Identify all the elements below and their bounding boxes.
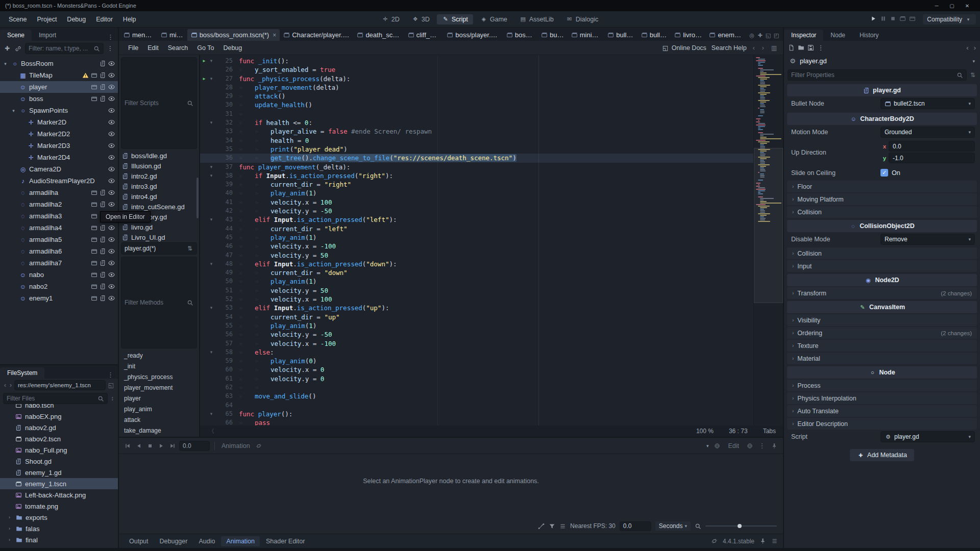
scene-dock-tabs-menu-button[interactable]: ⋮ [103, 33, 118, 41]
file-shoot-gd[interactable]: Shoot.gd [0, 456, 118, 467]
code-line-59[interactable]: 59»»play_anim(0) [200, 357, 783, 365]
chevron-down-icon[interactable]: ▾ [706, 443, 709, 448]
code-line-40[interactable]: 40»»play_anim(1) [200, 189, 783, 197]
section-collisionobject2d[interactable]: ◌CollisionObject2D [787, 220, 977, 232]
script-menu-edit[interactable]: Edit [143, 43, 163, 53]
save-resource-icon[interactable] [807, 44, 814, 51]
code-line-38[interactable]: ▾38»if Input.is_action_pressed("right"): [200, 171, 783, 180]
movie-icon[interactable] [91, 248, 97, 255]
scene-tree-node-armadilha4[interactable]: ◌armadilha4 [0, 222, 118, 234]
script-item-intro3-gd[interactable]: intro3.gd [119, 181, 199, 191]
section-node2d[interactable]: ◉Node2D [787, 274, 977, 286]
scene-tab-enemy-1[interactable]: enemy_1 [705, 29, 746, 41]
minimap-viewport[interactable] [754, 148, 783, 304]
animation-menu-button[interactable]: ⋮ [758, 442, 766, 449]
scene-tree-node-enemy1[interactable]: ☺enemy1 [0, 292, 118, 304]
eye-icon[interactable] [108, 236, 115, 243]
distraction-free-button[interactable]: ◰ [773, 32, 780, 39]
stop-icon[interactable] [145, 443, 155, 449]
group-collision[interactable]: ›Collision [787, 206, 977, 218]
tab-import[interactable]: Import [32, 30, 63, 41]
scene-tab-list-button[interactable]: ◎ [748, 32, 755, 39]
script-icon[interactable] [100, 95, 106, 102]
eye-icon[interactable] [108, 295, 115, 302]
scene-tab-cliff-side[interactable]: cliff_side [404, 29, 444, 41]
script-icon[interactable] [100, 189, 106, 196]
fold-arrow-icon[interactable]: ▾ [208, 74, 214, 83]
scene-tree-node-marker2d[interactable]: ✛Marker2D [0, 116, 118, 128]
fold-arrow-icon[interactable]: ▾ [208, 348, 214, 357]
scene-tree-node-audiostreamplayer2d[interactable]: ♪AudioStreamPlayer2D [0, 175, 118, 187]
play-backwards-icon[interactable] [134, 443, 143, 449]
movie-icon[interactable] [91, 95, 97, 102]
file-naboex-png[interactable]: naboEX.png [0, 411, 118, 422]
movie-icon[interactable] [91, 201, 97, 208]
tab-scene[interactable]: Scene [0, 30, 32, 41]
filesystem-dock-menu-button[interactable]: ⋮ [103, 371, 118, 379]
eye-icon[interactable] [108, 178, 115, 184]
code-line-50[interactable]: 50»»play_anim(1) [200, 277, 783, 286]
resource-picker-bullet-node[interactable]: bullet2.tscn▾ [880, 98, 975, 109]
scene-tree-node-armadilha5[interactable]: ◌armadilha5 [0, 234, 118, 245]
section-node[interactable]: ○Node [787, 366, 977, 379]
snap-unit-dropdown[interactable]: Seconds▾ [655, 521, 691, 531]
eye-icon[interactable] [108, 189, 115, 196]
scripts-scrollbar[interactable] [197, 178, 199, 218]
section-characterbody2d[interactable]: ☺CharacterBody2D [787, 113, 977, 125]
property-favorites-button[interactable]: ⇅ [969, 71, 976, 79]
inspector-back-button[interactable]: ‹ [966, 44, 968, 52]
timeline-zoom-slider[interactable] [705, 522, 777, 530]
movie-icon[interactable] [91, 236, 97, 243]
expand-tab-button[interactable]: ◱ [765, 32, 772, 39]
scene-tree-node-player[interactable]: ☺player [0, 81, 118, 93]
script-icon[interactable] [100, 248, 106, 255]
scene-tree-node-marker2d3[interactable]: ✛Marker2D3 [0, 140, 118, 152]
menu-editor[interactable]: Editor [91, 14, 117, 24]
code-minimap[interactable] [753, 55, 783, 425]
dropdown-disable-mode[interactable]: Remove▾ [880, 234, 975, 245]
code-line-66[interactable]: 66»pass [200, 418, 783, 425]
eye-icon[interactable] [108, 107, 115, 114]
fold-arrow-icon[interactable]: ▾ [208, 215, 214, 224]
eye-icon[interactable] [108, 84, 115, 90]
fold-arrow-icon[interactable]: ▾ [208, 171, 214, 180]
close-tab-icon[interactable]: × [273, 32, 276, 39]
group-input[interactable]: ›Input [787, 260, 977, 272]
eye-icon[interactable] [108, 283, 115, 290]
code-line-56[interactable]: 56»»velocity.y = -50 [200, 330, 783, 339]
code-line-55[interactable]: 55»»play_anim(1) [200, 321, 783, 330]
eye-icon[interactable] [108, 131, 115, 137]
object-menu-button[interactable]: ▾ [972, 59, 975, 64]
workspace-3d[interactable]: ❖3D [407, 14, 435, 24]
section-canvasitem[interactable]: ✎CanvasItem [787, 301, 977, 313]
fs-back-button[interactable]: ‹ [3, 382, 7, 389]
code-line-27[interactable]: ►▾27func _physics_process(delta): [200, 74, 783, 83]
eye-icon[interactable] [108, 224, 115, 231]
script-icon[interactable] [100, 260, 106, 266]
code-line-41[interactable]: 41»»velocity.x = 100 [200, 198, 783, 207]
script-item-intro-cutscene-gd[interactable]: intro_cutScene.gd [119, 202, 199, 212]
code-line-44[interactable]: 44»»current_dir = "left" [200, 224, 783, 233]
autoplay-icon[interactable] [254, 443, 263, 449]
method-player[interactable]: player [119, 393, 199, 404]
group-tracks-icon[interactable] [559, 523, 566, 530]
pin-bottom-panel-icon[interactable] [760, 538, 766, 544]
add-metadata-button[interactable]: ✚Add Metadata [850, 449, 914, 461]
eye-icon[interactable] [108, 271, 115, 278]
group-physics-interpolation[interactable]: ›Physics Interpolation [787, 392, 977, 404]
code-line-54[interactable]: 54»»current_dir = "up" [200, 313, 783, 321]
eye-icon[interactable] [108, 260, 115, 266]
line-col-indicator[interactable]: 36 : 73 [729, 428, 748, 435]
script-item-intro2-gd[interactable]: intro2.gd [119, 171, 199, 181]
eye-icon[interactable] [108, 166, 115, 172]
menu-scene[interactable]: Scene [4, 14, 31, 24]
section-player-gd[interactable]: player.gd [787, 84, 977, 96]
code-line-57[interactable]: 57»»velocity.x = -100 [200, 339, 783, 348]
tab-history[interactable]: History [852, 30, 886, 41]
scene-tree-node-armadilha6[interactable]: ◌armadilha6 [0, 245, 118, 257]
script-item-livro-gd[interactable]: livro.gd [119, 222, 199, 232]
script-icon[interactable] [100, 236, 106, 243]
maximize-button[interactable]: ▢ [944, 3, 960, 9]
code-line-61[interactable]: 61»»velocity.y = 0 [200, 374, 783, 383]
inspector-forward-button[interactable]: › [974, 44, 976, 52]
